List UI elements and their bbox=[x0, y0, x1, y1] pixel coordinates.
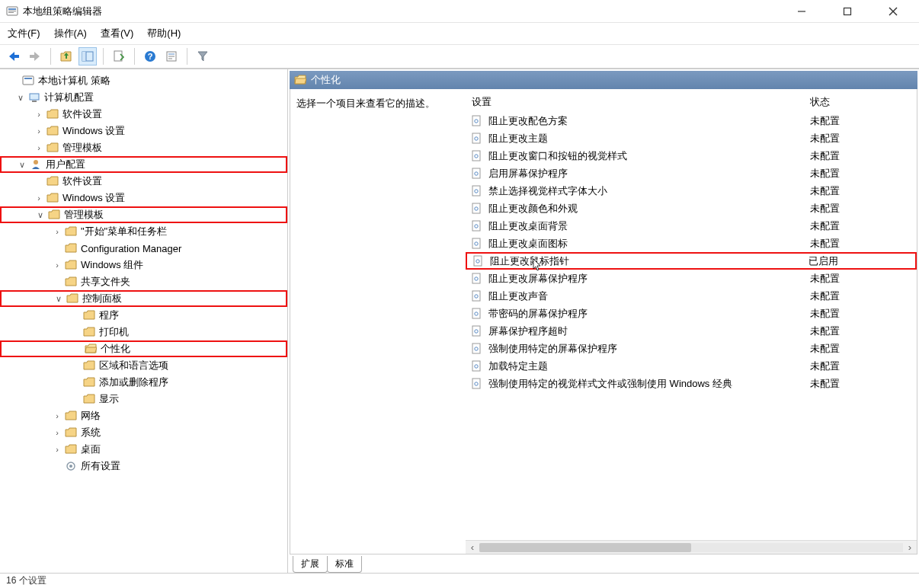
setting-row[interactable]: 强制使用特定的屏幕保护程序未配置 bbox=[466, 340, 917, 357]
tree-label: 共享文件夹 bbox=[81, 275, 130, 289]
expand-toggle[interactable]: ∨ bbox=[35, 210, 46, 220]
tree-windows-components[interactable]: › Windows 组件 bbox=[0, 257, 287, 273]
tree-personalization[interactable]: 个性化 bbox=[0, 340, 287, 357]
expand-toggle[interactable]: › bbox=[52, 260, 62, 270]
expand-toggle[interactable]: › bbox=[52, 428, 62, 437]
scroll-thumb[interactable] bbox=[479, 543, 691, 552]
export-button[interactable] bbox=[110, 47, 128, 66]
setting-row-highlighted[interactable]: 阻止更改鼠标指针已启用 bbox=[466, 252, 917, 270]
setting-name: 阻止更改桌面图标 bbox=[488, 237, 810, 251]
setting-row[interactable]: 阻止更改颜色和外观未配置 bbox=[466, 200, 917, 217]
maximize-button[interactable] bbox=[832, 1, 863, 22]
tree-root[interactable]: 本地计算机 策略 bbox=[0, 72, 287, 89]
settings-icon bbox=[64, 459, 78, 473]
horizontal-scrollbar[interactable]: ‹ › bbox=[466, 540, 917, 554]
setting-state: 未配置 bbox=[810, 149, 917, 163]
tree-shared-folders[interactable]: 共享文件夹 bbox=[0, 273, 287, 290]
tab-extended[interactable]: 扩展 bbox=[293, 556, 328, 573]
expand-toggle[interactable]: ∨ bbox=[53, 294, 64, 304]
expand-toggle[interactable]: ∨ bbox=[17, 160, 27, 170]
tree-pane[interactable]: 本地计算机 策略 ∨ 计算机配置 › 软件设置 › Windows 设置 › 管… bbox=[0, 69, 288, 573]
tab-standard[interactable]: 标准 bbox=[327, 556, 362, 573]
setting-row[interactable]: 屏幕保护程序超时未配置 bbox=[466, 322, 917, 340]
expand-toggle[interactable]: › bbox=[34, 126, 44, 136]
folder-icon bbox=[46, 107, 59, 121]
tree-network[interactable]: › 网络 bbox=[0, 407, 287, 424]
setting-row[interactable]: 阻止更改屏幕保护程序未配置 bbox=[466, 270, 917, 287]
tree-windows-settings[interactable]: › Windows 设置 bbox=[0, 123, 287, 139]
folder-open-icon bbox=[294, 74, 306, 86]
setting-row[interactable]: 加载特定主题未配置 bbox=[466, 357, 917, 375]
expand-toggle[interactable]: › bbox=[34, 143, 44, 152]
scroll-right-button[interactable]: › bbox=[903, 542, 917, 554]
setting-name: 阻止更改颜色和外观 bbox=[488, 202, 810, 216]
setting-state: 未配置 bbox=[810, 114, 917, 128]
tree-label: 系统 bbox=[81, 426, 101, 439]
tree-label: 计算机配置 bbox=[44, 91, 94, 104]
tree-admin-templates-user[interactable]: ∨ 管理模板 bbox=[0, 206, 287, 223]
tree-all-settings[interactable]: 所有设置 bbox=[0, 458, 287, 475]
setting-row[interactable]: 阻止更改声音未配置 bbox=[466, 287, 917, 305]
filter-button[interactable] bbox=[194, 47, 212, 66]
expand-toggle[interactable]: › bbox=[52, 227, 62, 236]
minimize-button[interactable] bbox=[786, 1, 817, 22]
tree-start-taskbar[interactable]: › "开始"菜单和任务栏 bbox=[0, 223, 287, 240]
tree-computer-config[interactable]: ∨ 计算机配置 bbox=[0, 89, 287, 106]
setting-state: 未配置 bbox=[810, 219, 917, 233]
help-button[interactable]: ? bbox=[141, 47, 159, 66]
expand-toggle[interactable]: › bbox=[52, 411, 62, 420]
svg-rect-57 bbox=[472, 379, 480, 388]
setting-name: 强制使用特定的视觉样式文件或强制使用 Windows 经典 bbox=[488, 377, 810, 391]
setting-row[interactable]: 阻止更改桌面背景未配置 bbox=[466, 217, 917, 235]
settings-list[interactable]: 阻止更改配色方案未配置 阻止更改主题未配置 阻止更改窗口和按钮的视觉样式未配置 … bbox=[466, 107, 917, 540]
menu-help[interactable]: 帮助(H) bbox=[147, 27, 181, 40]
menu-view[interactable]: 查看(V) bbox=[101, 27, 133, 40]
tree-desktop[interactable]: › 桌面 bbox=[0, 441, 287, 458]
tree-printers[interactable]: 打印机 bbox=[0, 324, 287, 340]
tree-windows-settings-user[interactable]: › Windows 设置 bbox=[0, 190, 287, 206]
policy-item-icon bbox=[470, 149, 484, 163]
close-button[interactable] bbox=[878, 1, 908, 22]
folder-icon bbox=[46, 174, 59, 188]
tree-control-panel[interactable]: ∨ 控制面板 bbox=[0, 290, 287, 307]
svg-rect-49 bbox=[472, 308, 480, 318]
expand-toggle[interactable]: ∨ bbox=[15, 93, 26, 103]
back-button[interactable] bbox=[5, 47, 23, 66]
tree-programs[interactable]: 程序 bbox=[0, 307, 287, 324]
show-hide-tree-button[interactable] bbox=[78, 47, 97, 66]
tree-software-settings[interactable]: › 软件设置 bbox=[0, 106, 287, 123]
tree-label: Windows 设置 bbox=[62, 124, 125, 138]
menu-file[interactable]: 文件(F) bbox=[8, 27, 40, 40]
expand-toggle[interactable]: › bbox=[34, 193, 44, 203]
tree-system[interactable]: › 系统 bbox=[0, 424, 287, 441]
forward-button[interactable] bbox=[26, 47, 44, 66]
scroll-track[interactable] bbox=[479, 543, 903, 552]
tree-label: 添加或删除程序 bbox=[99, 375, 168, 389]
expand-toggle[interactable]: › bbox=[34, 110, 44, 119]
setting-row[interactable]: 阻止更改窗口和按钮的视觉样式未配置 bbox=[466, 147, 917, 165]
tree-admin-templates[interactable]: › 管理模板 bbox=[0, 139, 287, 156]
setting-row[interactable]: 带密码的屏幕保护程序未配置 bbox=[466, 305, 917, 322]
setting-row[interactable]: 强制使用特定的视觉样式文件或强制使用 Windows 经典未配置 bbox=[466, 375, 917, 392]
setting-row[interactable]: 阻止更改桌面图标未配置 bbox=[466, 235, 917, 252]
setting-name: 带密码的屏幕保护程序 bbox=[488, 307, 810, 321]
tree-label: 网络 bbox=[81, 409, 101, 423]
tree-user-config[interactable]: ∨ 用户配置 bbox=[0, 156, 287, 173]
status-bar: 16 个设置 bbox=[0, 573, 919, 588]
setting-row[interactable]: 阻止更改配色方案未配置 bbox=[466, 112, 917, 129]
tree-config-manager[interactable]: Configuration Manager bbox=[0, 240, 287, 257]
scroll-left-button[interactable]: ‹ bbox=[466, 542, 479, 554]
tree-region-language[interactable]: 区域和语言选项 bbox=[0, 357, 287, 374]
tree-display[interactable]: 显示 bbox=[0, 391, 287, 407]
menu-action[interactable]: 操作(A) bbox=[54, 27, 87, 40]
setting-row[interactable]: 启用屏幕保护程序未配置 bbox=[466, 165, 917, 182]
setting-row[interactable]: 禁止选择视觉样式字体大小未配置 bbox=[466, 182, 917, 200]
tree-software-settings-user[interactable]: 软件设置 bbox=[0, 173, 287, 190]
properties-button[interactable] bbox=[162, 47, 181, 66]
up-button[interactable] bbox=[57, 47, 75, 66]
setting-row[interactable]: 阻止更改主题未配置 bbox=[466, 129, 917, 147]
setting-name: 阻止更改主题 bbox=[488, 132, 810, 145]
folder-icon bbox=[64, 409, 78, 423]
tree-add-remove-programs[interactable]: 添加或删除程序 bbox=[0, 374, 287, 391]
expand-toggle[interactable]: › bbox=[52, 445, 62, 454]
